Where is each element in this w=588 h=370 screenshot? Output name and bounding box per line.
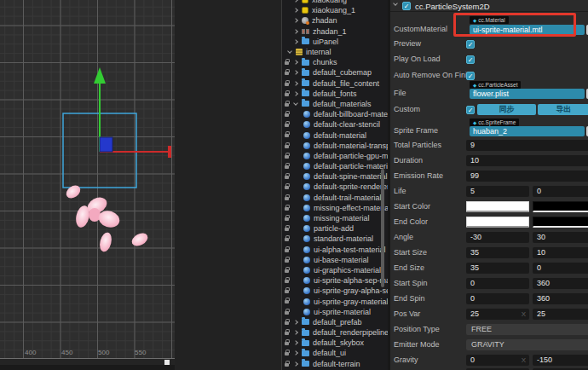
tree-item-default-material-transpar[interactable]: default-material-transpar	[282, 141, 388, 151]
number-field[interactable]: 99	[466, 171, 588, 182]
scene-hscrollbar[interactable]	[0, 365, 175, 370]
tree-item-default-material[interactable]: default-material	[282, 130, 388, 140]
tree-item-default-particle-gpu-mat[interactable]: default-particle-gpu-mat	[282, 151, 388, 161]
tree-item-particle-add[interactable]: particle-add	[282, 223, 388, 234]
chevron-right-icon[interactable]	[293, 320, 298, 325]
row-label: Emitter Mode	[394, 339, 440, 350]
checkbox[interactable]: ✓	[466, 40, 475, 49]
color-swatch[interactable]	[466, 201, 529, 212]
tree-item-uiPanel[interactable]: uiPanel	[282, 37, 388, 47]
tree-item-label: default-clear-stencil	[314, 120, 380, 129]
gizmo-x-axis-head[interactable]	[168, 146, 171, 158]
number-field-y[interactable]: 0	[533, 186, 588, 197]
chevron-right-icon[interactable]	[293, 8, 298, 13]
tree-item-ui-sprite-material[interactable]: ui-sprite-material	[282, 307, 388, 317]
export-button[interactable]: 导出	[538, 104, 588, 115]
tree-item-default-particle-material[interactable]: default-particle-material	[282, 161, 388, 171]
tree-item-default_ui[interactable]: default_ui	[282, 348, 388, 358]
number-field-x[interactable]: 35	[466, 263, 529, 274]
chevron-right-icon[interactable]	[293, 330, 298, 335]
chevron-right-icon[interactable]	[293, 351, 298, 356]
select-field[interactable]: GRAVITY	[466, 339, 588, 350]
number-field-y[interactable]: 360	[533, 278, 588, 289]
tree-item-internal[interactable]: internal	[282, 47, 388, 57]
number-field-x[interactable]: 0	[466, 278, 529, 289]
color-swatch[interactable]	[466, 217, 529, 228]
component-header[interactable]: ✓ cc.ParticleSystem2D	[390, 0, 588, 12]
chevron-right-icon[interactable]	[293, 19, 298, 24]
tree-item-ui-graphics-material[interactable]: ui-graphics-material	[282, 265, 388, 275]
number-field-x[interactable]: 35	[466, 247, 529, 258]
select-field[interactable]: FREE	[466, 324, 588, 335]
checkbox[interactable]: ✓	[466, 106, 475, 114]
chevron-right-icon[interactable]	[293, 91, 298, 96]
tree-item-missing-material[interactable]: missing-material	[282, 213, 388, 223]
chevron-right-icon[interactable]	[293, 39, 298, 44]
tree-item-ui-base-material[interactable]: ui-base-material	[282, 255, 388, 265]
tree-item-ui-sprite-gray-alpha-sep-[interactable]: ui-sprite-gray-alpha-sep-	[282, 286, 388, 296]
color-swatch[interactable]	[533, 217, 588, 228]
tree-item-default-billboard-materia[interactable]: default-billboard-materia	[282, 109, 388, 119]
number-field-x[interactable]: 0X	[466, 355, 529, 366]
tree-item-default-spine-material[interactable]: default-spine-material	[282, 171, 388, 182]
chevron-down-icon[interactable]	[393, 1, 398, 6]
number-field-x[interactable]: 5	[466, 186, 529, 197]
chevron-right-icon[interactable]	[293, 340, 298, 345]
number-field-x[interactable]: 25X	[466, 309, 529, 320]
lock-icon	[285, 145, 289, 148]
tree-item-default_file_content[interactable]: default_file_content	[282, 78, 388, 89]
tree-item-default_materials[interactable]: default_materials	[282, 99, 388, 109]
tree-item-default_prefab[interactable]: default_prefab	[282, 317, 388, 327]
tree-item-default-sprite-renderer-n[interactable]: default-sprite-renderer-n	[282, 182, 388, 192]
checkbox[interactable]: ✓	[466, 72, 475, 80]
assets-scrollbar-thumb[interactable]	[381, 169, 384, 287]
asset-field[interactable]: huaban_2	[470, 126, 585, 136]
chevron-right-icon[interactable]	[293, 71, 298, 76]
color-swatch[interactable]	[533, 201, 588, 212]
tree-item-ui-sprite-gray-material[interactable]: ui-sprite-gray-material	[282, 296, 388, 306]
sync-button[interactable]: 同步	[477, 104, 536, 115]
number-field-y[interactable]: 25	[533, 309, 588, 320]
component-enabled-checkbox[interactable]: ✓	[402, 2, 411, 10]
number-field-y[interactable]: 10	[533, 247, 588, 258]
scene-view[interactable]: 400450500550	[0, 0, 175, 359]
number-field-x[interactable]: -30	[466, 232, 529, 243]
number-field[interactable]: 10	[466, 155, 588, 166]
number-field-x[interactable]: 0	[466, 293, 529, 304]
tree-item-default_fonts[interactable]: default_fonts	[282, 89, 388, 99]
checkbox[interactable]: ✓	[466, 55, 475, 64]
number-field-y[interactable]: -150	[533, 355, 588, 366]
chevron-right-icon[interactable]	[293, 60, 298, 65]
tree-item-xiaokuang_1[interactable]: xiaokuang_1	[282, 5, 388, 15]
scene-scroll-grip[interactable]	[164, 360, 170, 365]
tree-item-zhadan_1[interactable]: zhadan_1	[282, 26, 388, 37]
tree-item-standard-material[interactable]: standard-material	[282, 234, 388, 244]
tree-item-default-clear-stencil[interactable]: default-clear-stencil	[282, 119, 388, 130]
tree-item-missing-effect-material[interactable]: missing-effect-material	[282, 203, 388, 213]
chevron-right-icon[interactable]	[293, 81, 298, 86]
number-field-y[interactable]: 0	[533, 263, 588, 274]
asset-field[interactable]: flower.plist	[470, 89, 585, 99]
tree-item-default_renderpipeline[interactable]: default_renderpipeline	[282, 327, 388, 338]
chevron-right-icon[interactable]	[293, 29, 298, 34]
tree-item-default_skybox[interactable]: default_skybox	[282, 338, 388, 348]
assets-panel[interactable]: xiaokuangxiaokuang_1zhadanzhadan_1uiPane…	[281, 0, 388, 370]
gizmo-origin[interactable]	[100, 137, 112, 152]
asset-field[interactable]: ui-sprite-material.mtl	[470, 25, 585, 35]
tree-item-default_cubemap[interactable]: default_cubemap	[282, 67, 388, 78]
tree-item-ui-alpha-test-material[interactable]: ui-alpha-test-material	[282, 245, 388, 255]
chevron-down-icon[interactable]	[287, 49, 292, 54]
number-field[interactable]: 9	[466, 140, 588, 151]
chevron-down-icon[interactable]	[293, 101, 298, 106]
transform-gizmo[interactable]	[94, 67, 171, 158]
chevron-right-icon[interactable]	[293, 361, 298, 367]
tree-item-zhadan[interactable]: zhadan	[282, 15, 388, 26]
number-field-y[interactable]: 360	[533, 293, 588, 304]
chevron-right-icon[interactable]	[293, 0, 298, 3]
gizmo-y-axis-head[interactable]	[94, 67, 106, 84]
tree-item-default-terrain[interactable]: default-terrain	[282, 359, 388, 369]
number-field-y[interactable]: 30	[533, 232, 588, 243]
tree-item-chunks[interactable]: chunks	[282, 57, 388, 67]
tree-item-ui-sprite-alpha-sep-mate[interactable]: ui-sprite-alpha-sep-mate	[282, 275, 388, 286]
tree-item-default-trail-material[interactable]: default-trail-material	[282, 193, 388, 203]
